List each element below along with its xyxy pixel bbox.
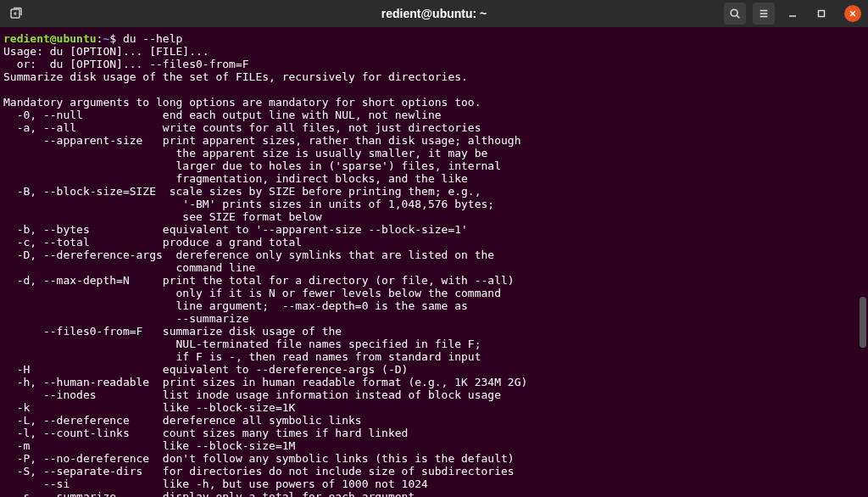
search-button[interactable] (724, 3, 746, 25)
menu-button[interactable] (753, 3, 775, 25)
titlebar: redient@ubuntu: ~ (0, 0, 868, 27)
new-tab-button[interactable] (7, 4, 25, 23)
titlebar-right (724, 3, 861, 25)
svg-line-2 (737, 15, 739, 18)
output-text: Usage: du [OPTION]... [FILE]... or: du [… (3, 45, 527, 497)
titlebar-left (7, 4, 25, 23)
minimize-button[interactable] (782, 3, 804, 25)
command-text: du --help (123, 32, 182, 45)
close-button[interactable] (844, 5, 861, 22)
terminal-content[interactable]: redient@ubuntu:~$ du --help Usage: du [O… (0, 27, 868, 497)
window-title: redient@ubuntu: ~ (381, 7, 487, 20)
maximize-button[interactable] (810, 3, 832, 25)
prompt-dollar: $ (109, 32, 123, 45)
svg-point-1 (731, 9, 737, 16)
prompt-user-host: redient@ubuntu (3, 32, 97, 45)
svg-rect-7 (819, 11, 825, 17)
scrollbar-thumb[interactable] (860, 297, 866, 348)
